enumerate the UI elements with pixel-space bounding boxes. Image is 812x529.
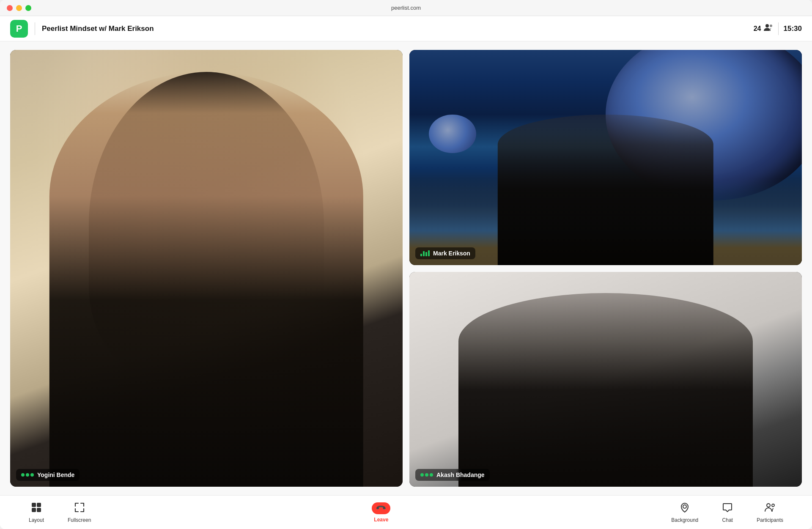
- traffic-lights: [7, 5, 31, 11]
- person-silhouette-mark: [498, 115, 713, 265]
- participant-name-mark: Mark Erikson: [433, 250, 470, 257]
- layout-button[interactable]: Layout: [25, 500, 47, 525]
- toolbar-center: 📞 Leave: [365, 501, 397, 524]
- close-button[interactable]: [7, 5, 13, 11]
- leave-button[interactable]: 📞 Leave: [365, 501, 397, 524]
- dot3: [30, 473, 34, 477]
- svg-rect-2: [32, 503, 36, 507]
- participants-label: Participants: [757, 517, 783, 523]
- toolbar-right: Background Chat: [668, 500, 787, 525]
- background-icon: [679, 502, 690, 515]
- audio-indicator-yogini: [21, 473, 34, 477]
- fullscreen-label: Fullscreen: [68, 517, 91, 523]
- dot1: [420, 473, 424, 477]
- audio-indicator-akash: [420, 473, 433, 477]
- background-button[interactable]: Background: [668, 500, 702, 525]
- svg-point-0: [765, 24, 769, 27]
- svg-rect-4: [32, 508, 36, 512]
- video-tile-akash: Akash Bhadange: [409, 272, 802, 487]
- participant-name-akash: Akash Bhadange: [436, 471, 485, 478]
- bar2: [423, 251, 425, 256]
- name-badge-mark: Mark Erikson: [415, 247, 475, 259]
- name-badge-akash: Akash Bhadange: [415, 469, 490, 481]
- minimize-button[interactable]: [16, 5, 22, 11]
- toolbar: Layout Fullscreen 📞 Leave: [0, 495, 812, 529]
- space-moon: [429, 115, 476, 153]
- video-tile-yogini: Yogini Bende: [10, 50, 403, 487]
- person-silhouette-yogini: [49, 72, 363, 487]
- leave-icon: 📞: [372, 502, 390, 514]
- toolbar-left: Layout Fullscreen: [25, 500, 94, 525]
- video-bg-yogini: [10, 50, 403, 487]
- window-title: peerlist.com: [391, 5, 421, 11]
- title-bar: peerlist.com: [0, 0, 812, 16]
- chat-icon: [722, 502, 733, 515]
- video-right-column: Mark Erikson Akash Bhadange: [409, 50, 802, 487]
- app-window: peerlist.com P Peerlist Mindset w/ Mark …: [0, 0, 812, 529]
- main-content: Yogini Bende: [0, 41, 812, 495]
- phone-icon: 📞: [376, 502, 387, 514]
- count-number: 24: [754, 25, 761, 33]
- leave-label: Leave: [374, 517, 388, 523]
- dot2: [26, 473, 29, 477]
- participant-count: 24: [754, 24, 773, 33]
- svg-point-1: [770, 25, 772, 27]
- participants-icon: [765, 502, 776, 515]
- chat-button[interactable]: Chat: [719, 500, 736, 525]
- video-bg-mark: [409, 50, 802, 265]
- svg-rect-3: [37, 503, 41, 507]
- person-silhouette-akash: [458, 293, 753, 487]
- time-divider: [778, 22, 779, 35]
- layout-icon: [31, 502, 42, 515]
- header-right: 24 15:30: [754, 22, 802, 35]
- logo-container: P Peerlist Mindset w/ Mark Erikson: [10, 20, 154, 38]
- svg-point-7: [767, 504, 770, 507]
- bar1: [420, 254, 422, 256]
- dot1: [21, 473, 25, 477]
- audio-indicator-mark: [420, 250, 430, 256]
- people-icon: [764, 24, 773, 33]
- bar3: [425, 252, 427, 256]
- app-logo: P: [10, 20, 28, 38]
- name-badge-yogini: Yogini Bende: [16, 469, 80, 481]
- layout-label: Layout: [29, 517, 44, 523]
- header-bar: P Peerlist Mindset w/ Mark Erikson 24: [0, 16, 812, 41]
- time-display: 15:30: [784, 25, 802, 33]
- fullscreen-button[interactable]: Fullscreen: [64, 500, 94, 525]
- background-label: Background: [671, 517, 698, 523]
- svg-rect-5: [37, 508, 41, 512]
- svg-point-6: [683, 505, 686, 508]
- svg-point-8: [772, 504, 774, 507]
- video-tile-mark: Mark Erikson: [409, 50, 802, 265]
- participant-name-yogini: Yogini Bende: [37, 471, 74, 478]
- dot2: [425, 473, 428, 477]
- participants-button[interactable]: Participants: [753, 500, 787, 525]
- dot3: [430, 473, 433, 477]
- video-bg-akash: [409, 272, 802, 487]
- meeting-title: Peerlist Mindset w/ Mark Erikson: [42, 25, 154, 33]
- bar4: [428, 250, 430, 256]
- video-frame-yogini: Yogini Bende: [10, 50, 403, 487]
- video-grid: Yogini Bende: [10, 50, 802, 487]
- chat-label: Chat: [722, 517, 733, 523]
- header-divider: [35, 22, 35, 35]
- maximize-button[interactable]: [25, 5, 31, 11]
- fullscreen-icon: [74, 502, 85, 515]
